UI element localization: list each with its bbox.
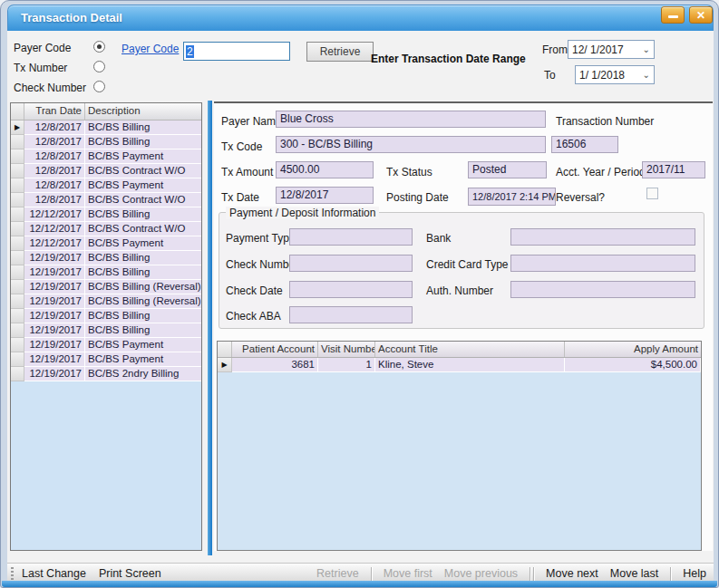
patient-account-cell: 3681	[232, 358, 318, 372]
check-date-label: Check Date	[226, 284, 283, 297]
chevron-down-icon: ⌄	[643, 44, 650, 54]
row-selector[interactable]	[11, 352, 24, 367]
tran-list-row[interactable]: 12/19/2017BC/BS Billing	[11, 265, 201, 280]
row-selector[interactable]: ▶	[218, 358, 232, 372]
move-next-button[interactable]: Move next	[546, 567, 598, 580]
description-cell: BC/BS Billing	[85, 251, 201, 265]
row-selector[interactable]: ▶	[11, 120, 24, 135]
chevron-down-icon: ⌄	[643, 70, 650, 80]
tran-date-cell: 12/8/2017	[24, 149, 85, 164]
column-header-description[interactable]: Description	[85, 103, 201, 120]
move-first-button[interactable]: Move first	[384, 567, 432, 580]
tran-date-cell: 12/8/2017	[24, 120, 85, 135]
radio-payer-code[interactable]	[93, 41, 105, 53]
radio-check-number[interactable]	[93, 81, 105, 92]
column-header-apply-amount[interactable]: Apply Amount	[565, 342, 701, 357]
row-selector[interactable]	[11, 265, 24, 280]
auth-number-label: Auth. Number	[426, 284, 493, 297]
tx-status-label: Tx Status	[386, 166, 432, 178]
payer-code-input[interactable]: 2	[183, 42, 290, 61]
description-cell: BC/BS Contract W/O	[85, 193, 201, 207]
tran-list-row[interactable]: 12/19/2017BC/BS Billing (Reversal)	[11, 280, 201, 294]
tran-list-row[interactable]: 12/8/2017BC/BS Contract W/O	[11, 193, 201, 207]
column-header-patient-account[interactable]: Patient Account	[232, 342, 318, 357]
tran-list-row[interactable]: 12/19/2017BC/BS Billing	[11, 309, 201, 323]
row-selector[interactable]	[11, 207, 24, 222]
tran-list-row[interactable]: 12/19/2017BC/BS 2ndry Billing	[11, 367, 201, 381]
retrieve-toolbar-button[interactable]: Retrieve	[316, 567, 359, 580]
from-date-select[interactable]: 12/ 1/2017 ⌄	[568, 40, 655, 59]
row-selector[interactable]	[11, 193, 24, 207]
row-selector[interactable]	[11, 338, 24, 352]
row-selector[interactable]	[11, 178, 24, 193]
minimize-icon	[668, 15, 678, 18]
panel-splitter[interactable]	[208, 101, 212, 555]
description-cell: BC/BS Payment	[85, 236, 201, 251]
row-selector[interactable]	[11, 367, 24, 381]
toolbar-separator	[371, 567, 372, 581]
row-selector[interactable]	[11, 164, 24, 178]
tran-list-row[interactable]: 12/8/2017BC/BS Billing	[11, 135, 201, 149]
tran-list-row[interactable]: 12/8/2017BC/BS Payment	[11, 149, 201, 164]
tran-list-row[interactable]: 12/8/2017BC/BS Payment	[11, 178, 201, 193]
move-last-button[interactable]: Move last	[610, 567, 659, 580]
row-selector[interactable]	[11, 294, 24, 309]
acct-year-period-label: Acct. Year / Period	[556, 166, 646, 178]
help-button[interactable]: Help	[683, 567, 706, 580]
description-cell: BC/BS Payment	[85, 338, 201, 352]
row-selector[interactable]	[11, 323, 24, 338]
tran-list-row[interactable]: 12/19/2017BC/BS Payment	[11, 352, 201, 367]
row-selector[interactable]	[11, 280, 24, 294]
payer-code-link[interactable]: Payer Code	[121, 43, 179, 55]
row-selector[interactable]	[11, 135, 24, 149]
column-header-tran-date[interactable]: Tran Date	[24, 103, 85, 120]
reversal-checkbox[interactable]	[646, 188, 658, 199]
radio-tx-number[interactable]	[93, 61, 105, 72]
tx-code-field: 300 - BC/BS Billing	[276, 136, 546, 153]
radio-label-check-number: Check Number	[14, 82, 86, 94]
tran-date-cell: 12/19/2017	[24, 367, 85, 381]
tran-list-row[interactable]: 12/19/2017BC/BS Billing	[11, 323, 201, 338]
tran-list-row[interactable]: 12/19/2017BC/BS Payment	[11, 338, 201, 352]
print-screen-button[interactable]: Print Screen	[99, 567, 161, 580]
to-label: To	[544, 69, 556, 82]
row-selector[interactable]	[11, 309, 24, 323]
tran-date-cell: 12/19/2017	[24, 352, 85, 367]
window-frame-bottom	[2, 581, 717, 587]
column-header-visit-number[interactable]: Visit Number	[318, 342, 375, 357]
check-aba-field	[289, 306, 413, 323]
tran-date-cell: 12/19/2017	[24, 338, 85, 352]
to-date-select[interactable]: 1/ 1/2018 ⌄	[575, 65, 655, 84]
tran-list-row[interactable]: 12/12/2017BC/BS Billing	[11, 207, 201, 222]
toolbar-grip-handle[interactable]	[11, 567, 14, 581]
column-header-account-title[interactable]: Account Title	[375, 342, 565, 357]
check-aba-label: Check ABA	[226, 310, 281, 323]
credit-card-type-field	[510, 255, 695, 272]
from-date-value: 12/ 1/2017	[572, 43, 624, 56]
row-selector[interactable]	[11, 222, 24, 236]
description-cell: BC/BS Billing (Reversal)	[85, 280, 201, 294]
row-selector[interactable]	[11, 251, 24, 265]
tx-date-label: Tx Date	[221, 191, 259, 204]
check-number-field	[289, 255, 413, 272]
description-cell: BC/BS Billing	[85, 135, 201, 149]
close-button[interactable]: ✕	[689, 6, 713, 24]
minimize-button[interactable]	[661, 6, 685, 24]
tran-list-row[interactable]: 12/12/2017BC/BS Payment	[11, 236, 201, 251]
retrieve-button[interactable]: Retrieve	[306, 42, 374, 62]
tran-list-row[interactable]: 12/19/2017BC/BS Billing (Reversal)	[11, 294, 201, 309]
apply-grid-row[interactable]: ▶36811Kline, Steve$4,500.00	[218, 358, 701, 372]
move-previous-button[interactable]: Move previous	[444, 567, 518, 580]
transaction-number-field: 16506	[551, 136, 618, 153]
tran-list-row[interactable]: 12/12/2017BC/BS Contract W/O	[11, 222, 201, 236]
tran-list-row[interactable]: 12/8/2017BC/BS Contract W/O	[11, 164, 201, 178]
row-selector[interactable]	[11, 236, 24, 251]
toolbar-double-separator	[530, 567, 534, 581]
tran-list-row[interactable]: ▶12/8/2017BC/BS Billing	[11, 120, 201, 135]
auth-number-field	[510, 281, 695, 298]
tran-date-cell: 12/19/2017	[24, 294, 85, 309]
tran-list-row[interactable]: 12/19/2017BC/BS Billing	[11, 251, 201, 265]
last-change-button[interactable]: Last Change	[22, 567, 86, 580]
description-cell: BC/BS Payment	[85, 178, 201, 193]
row-selector[interactable]	[11, 149, 24, 164]
